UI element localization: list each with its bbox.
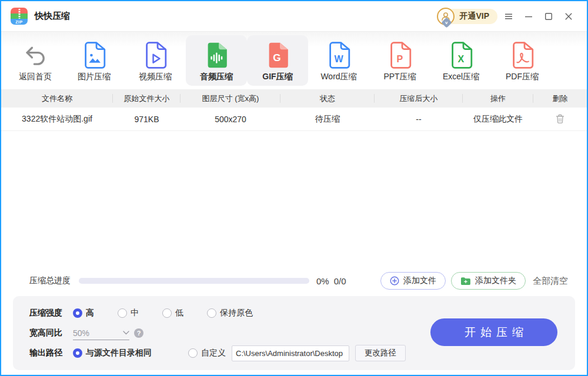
progress-count: 0/0 [334,276,346,286]
column-header-action: 操作 [463,89,533,108]
column-header-compressed-size: 压缩后大小 [375,89,463,108]
settings-panel: 压缩强度 高 中 低 保持原色 宽高同比 50% [13,296,575,370]
ppt-doc-icon: P [388,41,412,70]
compress-this-file-link[interactable]: 仅压缩此文件 [463,108,533,130]
progress-bar [79,278,309,284]
strength-option-high[interactable]: 高 [73,308,94,318]
output-label: 输出路径 [29,348,73,358]
progress-row: 压缩总进度 0% 0/0 添加文件 添加文件夹 全部清空 [1,271,587,290]
strength-option-low[interactable]: 低 [162,308,183,318]
svg-text:P: P [397,53,403,64]
clear-all-button[interactable]: 全部清空 [533,276,568,287]
title-bar: ZIP 快快压缩 v 开通VIP [1,1,587,32]
radio-selected-icon [73,348,82,358]
column-header-filename: 文件名称 [1,89,113,108]
app-window: ZIP 快快压缩 v 开通VIP [0,0,588,376]
open-vip-button[interactable]: 开通VIP [447,9,497,24]
toolbar-item-image[interactable]: 图片压缩 [64,35,125,86]
column-header-original-size: 原始文件大小 [113,89,181,108]
app-logo-icon: ZIP [11,8,28,25]
file-table-header: 文件名称 原始文件大小 图层尺寸 (宽x高) 状态 压缩后大小 操作 删除 [1,89,587,108]
plus-circle-icon [390,276,399,286]
delete-file-button[interactable] [533,108,587,130]
gif-doc-icon: G [266,41,289,70]
column-header-delete: 删除 [533,89,587,108]
toolbar-item-audio[interactable]: 音频压缩 [186,35,247,86]
progress-label: 压缩总进度 [29,276,71,286]
user-avatar-icon[interactable]: v [437,8,455,25]
table-row: 3322软件站动图.gif 971KB 500x270 待压缩 -- 仅压缩此文… [1,108,587,131]
toolbar-item-excel[interactable]: X Excel压缩 [430,35,492,86]
word-doc-icon: W [327,41,350,70]
add-file-button[interactable]: 添加文件 [380,272,446,290]
empty-file-area [1,131,587,271]
strength-label: 压缩强度 [29,308,73,318]
radio-icon [118,308,127,318]
strength-option-keep-color[interactable]: 保持原色 [207,308,253,318]
file-name: 3322软件站动图.gif [1,108,113,130]
close-button[interactable] [560,8,577,25]
excel-doc-icon: X [449,41,473,70]
svg-text:G: G [273,52,280,63]
progress-percent: 0% [316,276,329,286]
image-doc-icon [82,41,106,70]
folder-plus-icon [460,277,471,286]
column-header-dimensions: 图层尺寸 (宽x高) [181,89,280,108]
toolbar-item-video[interactable]: 视频压缩 [125,35,186,86]
chevron-down-icon [123,331,129,335]
toolbar: 返回首页 图片压缩 视频压缩 [1,32,587,89]
menu-icon[interactable] [500,8,517,25]
radio-icon [207,308,216,318]
audio-doc-icon [205,41,228,70]
svg-text:X: X [458,53,465,64]
maximize-button[interactable] [540,8,557,25]
toolbar-item-word[interactable]: W Word压缩 [308,35,369,86]
radio-selected-icon [73,308,82,318]
pdf-doc-icon [510,41,534,70]
ratio-select[interactable]: 50% [73,326,129,340]
add-folder-button[interactable]: 添加文件夹 [451,272,526,290]
ratio-value: 50% [73,328,89,338]
toolbar-item-pdf[interactable]: PDF压缩 [492,35,553,86]
file-status: 待压缩 [280,108,375,130]
video-doc-icon [143,41,167,70]
back-arrow-icon [24,41,47,70]
minimize-button[interactable] [520,8,537,25]
start-compress-button[interactable]: 开始压缩 [430,318,557,346]
custom-path-input[interactable] [232,345,349,361]
strength-option-medium[interactable]: 中 [118,308,139,318]
output-option-same-dir[interactable]: 与源文件目录相同 [73,348,152,358]
output-option-custom[interactable]: 自定义 [188,348,226,358]
change-path-button[interactable]: 更改路径 [355,345,406,361]
help-icon[interactable]: ? [134,328,143,338]
radio-icon [162,308,172,318]
toolbar-item-gif[interactable]: G GIF压缩 [247,35,308,86]
ratio-label: 宽高同比 [29,328,73,338]
radio-icon [188,348,198,358]
app-title: 快快压缩 [35,11,70,22]
column-header-status: 状态 [280,89,375,108]
trash-icon [556,114,564,124]
svg-text:W: W [334,53,343,64]
file-dimensions: 500x270 [181,108,280,130]
toolbar-item-home[interactable]: 返回首页 [7,35,64,86]
file-original-size: 971KB [113,108,181,130]
output-row: 输出路径 与源文件目录相同 自定义 更改路径 [29,343,560,363]
file-compressed-size: -- [375,108,463,130]
toolbar-item-ppt[interactable]: P PPT压缩 [369,35,430,86]
